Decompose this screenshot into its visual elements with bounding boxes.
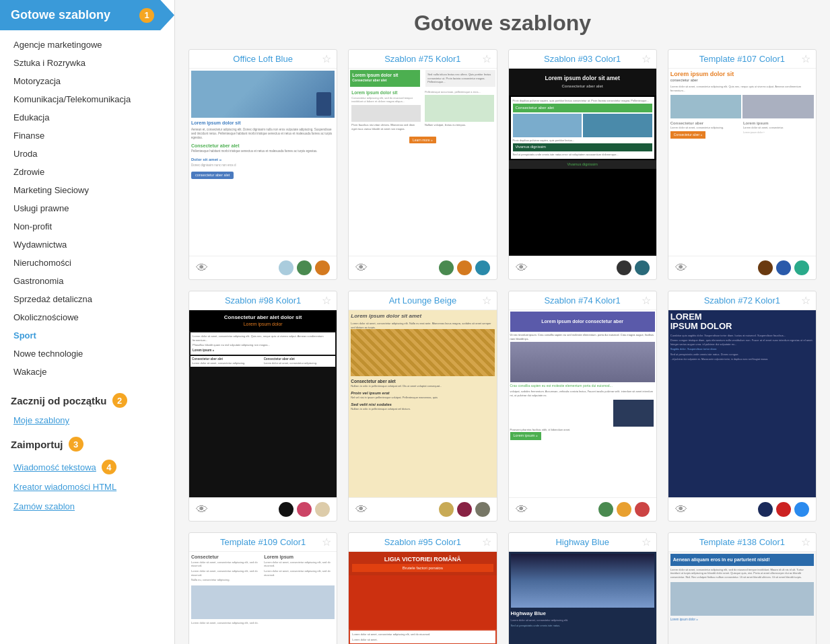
template-actions-2: 👁	[349, 256, 496, 279]
star-icon-9[interactable]: ☆	[322, 536, 331, 548]
template-card-template-138: Template #138 Color1 ☆ Aenean aliquam er…	[668, 532, 817, 644]
sidebar-item-okolicznosciowe[interactable]: Okolicznościowe	[0, 308, 174, 326]
sidebar-item-nowe-tech[interactable]: Nowe technologie	[0, 345, 174, 363]
star-icon-10[interactable]: ☆	[482, 536, 491, 548]
template-card-header-8: Szablon #72 Kolor1 ☆	[668, 291, 816, 310]
color-dot-7-1[interactable]	[598, 502, 613, 517]
star-icon-2[interactable]: ☆	[482, 52, 491, 65]
color-dot-5-3[interactable]	[315, 502, 330, 517]
template-title-8: Szablon #72 Kolor1	[674, 295, 810, 306]
template-preview-10[interactable]: LIGIA VICTORIEI ROMÂNĂ Brutele factori p…	[349, 551, 496, 644]
sidebar-item-wakacje[interactable]: Wakacje	[0, 363, 174, 381]
preview-eye-icon-2[interactable]: 👁	[355, 261, 368, 275]
color-dot-2-3[interactable]	[475, 260, 490, 275]
sidebar-item-zdrowie[interactable]: Zdrowie	[0, 163, 174, 181]
preview-eye-icon-3[interactable]: 👁	[516, 261, 528, 275]
template-preview-9[interactable]: Consectetur Lorem dolor sit amet, consec…	[189, 551, 337, 644]
template-actions-4: 👁	[668, 256, 816, 279]
sidebar-item-uroda[interactable]: Uroda	[0, 145, 174, 163]
template-preview-5[interactable]: Consectetur aber alet dolor sit Lorem ip…	[189, 310, 337, 498]
template-title-3: Szablon #93 Color1	[514, 54, 651, 64]
color-dot-7-3[interactable]	[635, 502, 650, 517]
preview-eye-icon-4[interactable]: 👁	[675, 261, 687, 275]
template-preview-6[interactable]: Lorem ipsum dolor sit amet Lorem dolor s…	[349, 310, 496, 498]
star-icon-7[interactable]: ☆	[642, 294, 651, 307]
color-dot-6-3[interactable]	[475, 502, 490, 517]
sidebar-item-agencje[interactable]: Agencje marketingowe	[0, 36, 174, 54]
sidebar-header[interactable]: Gotowe szablony 1	[0, 0, 174, 30]
color-dot-1-3[interactable]	[315, 260, 330, 275]
color-dots-1	[279, 260, 330, 275]
sidebar-section-2[interactable]: Zacznij od początku 2	[0, 386, 174, 410]
sidebar-item-motoryzacja[interactable]: Motoryzacja	[0, 72, 174, 90]
star-icon-8[interactable]: ☆	[801, 294, 810, 307]
template-title-7: Szablon #74 Kolor1	[514, 295, 651, 306]
template-card-szablon-72: Szablon #72 Kolor1 ☆ LOREMIPSUM DOLOR Cu…	[668, 291, 817, 522]
sidebar-item-komunikacja[interactable]: Komunikacja/Telekomunikacja	[0, 90, 174, 108]
color-dot-8-2[interactable]	[776, 502, 791, 517]
star-icon-6[interactable]: ☆	[482, 294, 491, 307]
sidebar-item-wydawnictwa[interactable]: Wydawnictwa	[0, 236, 174, 254]
sidebar-item-sport[interactable]: Sport	[0, 326, 174, 345]
color-dot-4-3[interactable]	[794, 260, 809, 275]
sidebar-item-nonprofit[interactable]: Non-profit	[0, 217, 174, 236]
star-icon-5[interactable]: ☆	[322, 294, 331, 307]
template-actions-1: 👁	[189, 256, 337, 279]
color-dot-6-1[interactable]	[439, 502, 454, 517]
preview-eye-icon-1[interactable]: 👁	[196, 261, 208, 275]
color-dot-1-2[interactable]	[297, 260, 312, 275]
kreator-html-link[interactable]: Kreator wiadomości HTML	[0, 477, 174, 497]
color-dot-4-2[interactable]	[776, 260, 791, 275]
template-preview-11[interactable]: Highway Blue Lorem dolor sit amet, conse…	[509, 551, 656, 644]
color-dot-1-1[interactable]	[279, 260, 293, 275]
color-dot-8-3[interactable]	[794, 502, 809, 517]
color-dot-2-1[interactable]	[439, 260, 454, 275]
template-preview-12[interactable]: Aenean aliquam eros in eu parturient nis…	[668, 551, 816, 644]
template-title-2: Szablon #75 Kolor1	[354, 54, 491, 64]
sidebar-item-marketing[interactable]: Marketing Sieciowy	[0, 181, 174, 199]
template-card-szablon-98: Szablon #98 Kolor1 ☆ Consectetur aber al…	[188, 291, 337, 522]
color-dot-4-1[interactable]	[758, 260, 773, 275]
template-actions-7: 👁	[509, 498, 656, 521]
template-preview-4[interactable]: Lorem ipsum dolor sit consectetur aber L…	[668, 68, 816, 256]
color-dot-3-2[interactable]	[635, 260, 650, 275]
sidebar-item-finanse[interactable]: Finanse	[0, 127, 174, 145]
sidebar-item-nieruchomosci[interactable]: Nieruchomości	[0, 254, 174, 272]
template-card-szablon-75: Szablon #75 Kolor1 ☆ Lorem ipsum dolor s…	[348, 49, 497, 280]
template-preview-8[interactable]: LOREMIPSUM DOLOR Curabitur quis sagittis…	[668, 310, 816, 498]
preview-eye-icon-6[interactable]: 👁	[355, 503, 368, 517]
preview-eye-icon-5[interactable]: 👁	[196, 503, 208, 517]
sidebar-item-sprzedaz[interactable]: Sprzedaż detaliczna	[0, 290, 174, 308]
sidebar-item-sztuka[interactable]: Sztuka i Rozrywka	[0, 54, 174, 72]
template-card-szablon-93: Szablon #93 Color1 ☆ Lorem ipsum dolor s…	[508, 49, 657, 280]
sidebar-item-gastronomia[interactable]: Gastronomia	[0, 272, 174, 290]
template-preview-7[interactable]: Lorem ipsum dolor consectetur aber Ut ne…	[509, 310, 656, 498]
preview-eye-icon-7[interactable]: 👁	[516, 503, 528, 517]
color-dot-3-1[interactable]	[617, 260, 631, 275]
star-icon-12[interactable]: ☆	[801, 536, 810, 548]
template-preview-3[interactable]: Lorem ipsum dolor sit amet Consectetur a…	[509, 68, 656, 256]
preview-eye-icon-8[interactable]: 👁	[675, 503, 687, 517]
star-icon-4[interactable]: ☆	[801, 52, 810, 65]
star-icon-3[interactable]: ☆	[642, 52, 651, 65]
template-card-szablon-95: Szablon #95 Color1 ☆ LIGIA VICTORIEI ROM…	[348, 532, 497, 644]
zamow-szablon-link[interactable]: Zamów szablon	[0, 497, 174, 516]
color-dot-2-2[interactable]	[457, 260, 472, 275]
color-dots-2	[439, 260, 490, 275]
template-card-header-11: Highway Blue ☆	[509, 533, 656, 551]
moje-szablony-link[interactable]: Moje szablony	[0, 410, 174, 430]
wiadomosc-tekstowa-link[interactable]: Wiadomość tekstowa	[13, 462, 96, 472]
star-icon-1[interactable]: ☆	[322, 52, 331, 65]
template-preview-2[interactable]: Lorem ipsum dolor sit Consectetur aber a…	[349, 68, 496, 256]
template-preview-1[interactable]: Lorem ipsum dolor sit Aenean et, consect…	[189, 68, 337, 256]
color-dot-5-1[interactable]	[279, 502, 293, 517]
color-dot-6-2[interactable]	[457, 502, 472, 517]
template-card-office-loft-blue: Office Loft Blue ☆ Lorem ipsum dolor sit…	[188, 49, 337, 280]
sidebar-item-edukacja[interactable]: Edukacja	[0, 108, 174, 127]
color-dot-7-2[interactable]	[617, 502, 631, 517]
star-icon-11[interactable]: ☆	[642, 536, 651, 548]
sidebar-item-uslugi[interactable]: Usługi prawne	[0, 199, 174, 217]
color-dot-8-1[interactable]	[758, 502, 773, 517]
color-dot-5-2[interactable]	[297, 502, 312, 517]
sidebar-section-3[interactable]: Zaimportuj 3	[0, 430, 174, 454]
